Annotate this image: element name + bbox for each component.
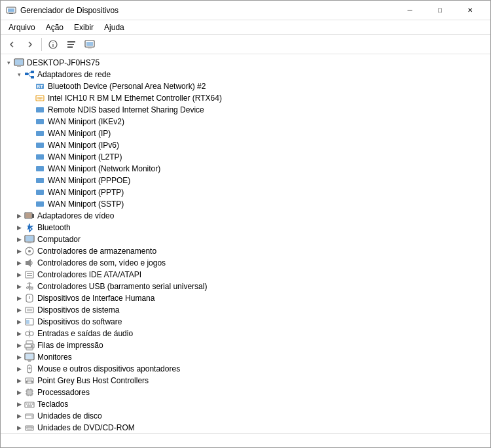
wan-pppoe-node[interactable]: WAN Miniport (PPPOE) (1, 175, 490, 186)
monitores-toggle[interactable]: ▶ (14, 352, 24, 362)
intel-eth-node[interactable]: ! Intel ICH10 R BM LM Ethernet Controlle… (1, 92, 490, 104)
svg-point-57 (26, 332, 29, 336)
unidades-disco-toggle[interactable]: ▶ (14, 411, 24, 421)
svg-rect-7 (67, 46, 73, 48)
svg-rect-16 (31, 76, 34, 78)
update-button[interactable] (63, 37, 80, 52)
adaptadores-video-label: Adaptadores de vídeo (37, 211, 114, 220)
svg-rect-27 (36, 143, 44, 148)
ctrl-ide-toggle[interactable]: ▶ (14, 269, 24, 280)
svg-text:i: i (52, 42, 54, 48)
print-icon (24, 340, 35, 351)
computador-toggle[interactable]: ▶ (14, 234, 24, 245)
svg-rect-63 (31, 345, 33, 347)
menu-arquivo[interactable]: Arquivo (3, 22, 41, 33)
computer-button[interactable] (81, 37, 98, 52)
properties-button[interactable]: i (45, 37, 62, 52)
unidades-dvd-node[interactable]: ▶ Unidades de DVD/CD-ROM (1, 422, 490, 433)
audio-io-toggle[interactable]: ▶ (14, 328, 24, 339)
maximize-button[interactable]: □ (425, 1, 455, 20)
wan-ip-node[interactable]: WAN Miniport (IP) (1, 128, 490, 139)
title-icon (6, 5, 16, 16)
ctrl-som-toggle[interactable]: ▶ (14, 258, 24, 268)
pointgrey-label: Point Grey Bus Host Controllers (37, 376, 149, 385)
intel-eth-label: Intel ICH10 R BM LM Ethernet Controller … (48, 94, 222, 103)
back-button[interactable] (3, 37, 20, 52)
pointgrey-node[interactable]: ▶ Point Grey Bus Host Controllers (1, 375, 490, 387)
svg-point-40 (28, 250, 31, 252)
mouse-node[interactable]: ▶ Mouse e outros dispositivos apontadore… (1, 363, 490, 375)
processadores-node[interactable]: ▶ Processadores (1, 387, 490, 398)
disp-sistema-node[interactable]: ▶ Dispositivos de sistema (1, 304, 490, 316)
wan-sstp-node[interactable]: WAN Miniport (SSTP) (1, 198, 490, 210)
forward-button[interactable] (22, 37, 39, 52)
software-icon (24, 317, 35, 327)
disp-sistema-toggle[interactable]: ▶ (14, 305, 24, 315)
ctrl-usb-node[interactable]: ▶ Controladores USB (barramento serial u… (1, 281, 490, 292)
disp-software-label: Dispositivos do software (37, 317, 122, 326)
device-manager-window: Gerenciador de Dispositivos ─ □ ✕ Arquiv… (0, 0, 491, 448)
teclados-toggle[interactable]: ▶ (14, 399, 24, 409)
bluetooth-node[interactable]: ▶ Bluetooth (1, 222, 490, 233)
bluetooth-label: Bluetooth (37, 223, 71, 232)
teclados-node[interactable]: ▶ Teclados (1, 398, 490, 410)
ctrl-som-node[interactable]: ▶ Controladores de som, vídeo e jogos (1, 257, 490, 269)
wan-netmon-label: WAN Miniport (Network Monitor) (48, 164, 160, 173)
hid-node[interactable]: ▶ Dispositivos de Interface Humana (1, 292, 490, 304)
sound-icon (24, 258, 35, 268)
root-node[interactable]: ▾ DESKTOP-JF0HS75 (1, 57, 490, 69)
disk-icon (24, 411, 35, 421)
minimize-button[interactable]: ─ (395, 1, 425, 20)
svg-rect-24 (36, 107, 44, 112)
unidades-disco-node[interactable]: ▶ Unidades de disco (1, 410, 490, 422)
mouse-label: Mouse e outros dispositivos apontadores (37, 364, 180, 373)
pointgrey-toggle[interactable]: ▶ (14, 375, 24, 386)
wan-ikev2-label: WAN Miniport (IKEv2) (48, 117, 124, 126)
audio-io-node[interactable]: ▶ Entradas e saídas de áudio (1, 328, 490, 339)
svg-line-18 (28, 74, 31, 77)
svg-point-50 (27, 287, 29, 289)
dvd-icon (24, 422, 35, 433)
unidades-dvd-toggle[interactable]: ▶ (14, 422, 24, 433)
ctrl-usb-toggle[interactable]: ▶ (14, 281, 24, 292)
wan-pptp-node[interactable]: WAN Miniport (PPTP) (1, 186, 490, 198)
menu-acao[interactable]: Ação (41, 22, 69, 33)
adaptadores-rede-node[interactable]: ▾ Adaptadores de rede (1, 69, 490, 80)
wan-l2tp-node[interactable]: WAN Miniport (L2TP) (1, 151, 490, 163)
svg-point-93 (31, 417, 33, 418)
ctrl-armazenamento-node[interactable]: ▶ Controladores de armazenamento (1, 245, 490, 257)
adaptadores-video-node[interactable]: ▶ Adaptadores de vídeo (1, 210, 490, 222)
bluetooth-device-label: Bluetooth Device (Personal Area Network)… (48, 82, 206, 91)
ctrl-ide-node[interactable]: ▶ Controladores IDE ATA/ATAPI (1, 269, 490, 281)
toolbar-separator-1 (41, 38, 42, 51)
computador-node[interactable]: ▶ Computador (1, 233, 490, 245)
svg-rect-14 (25, 73, 28, 75)
close-button[interactable]: ✕ (455, 1, 485, 20)
monitores-node[interactable]: ▶ Monitores (1, 351, 490, 363)
root-toggle[interactable]: ▾ (3, 58, 14, 68)
wan-netmon-node[interactable]: WAN Miniport (Network Monitor) (1, 163, 490, 175)
content-area[interactable]: ▾ DESKTOP-JF0HS75 ▾ (1, 54, 490, 433)
computer-icon (14, 58, 24, 68)
adaptadores-rede-toggle[interactable]: ▾ (14, 69, 24, 80)
remote-ndis-node[interactable]: Remote NDIS based Internet Sharing Devic… (1, 104, 490, 116)
bus-icon (24, 375, 35, 386)
wan-ikev2-node[interactable]: WAN Miniport (IKEv2) (1, 116, 490, 128)
processadores-toggle[interactable]: ▶ (14, 387, 24, 398)
filas-impressao-toggle[interactable]: ▶ (14, 340, 24, 351)
menu-exibir[interactable]: Exibir (69, 22, 99, 33)
svg-line-17 (28, 72, 31, 74)
hid-toggle[interactable]: ▶ (14, 293, 24, 303)
filas-impressao-node[interactable]: ▶ Filas de impressão (1, 339, 490, 351)
adaptadores-video-toggle[interactable]: ▶ (14, 211, 24, 221)
disp-software-node[interactable]: ▶ Dispositivos do software (1, 316, 490, 328)
bluetooth-device-node[interactable]: BT Bluetooth Device (Personal Area Netwo… (1, 80, 490, 92)
svg-rect-6 (67, 44, 74, 45)
mouse-toggle[interactable]: ▶ (14, 364, 24, 374)
disp-software-toggle[interactable]: ▶ (14, 317, 24, 327)
menu-ajuda[interactable]: Ajuda (99, 22, 130, 33)
ctrl-armazenamento-toggle[interactable]: ▶ (14, 246, 24, 256)
wan-ipv6-node[interactable]: WAN Miniport (IPv6) (1, 139, 490, 151)
bluetooth-toggle[interactable]: ▶ (14, 222, 24, 233)
svg-rect-29 (36, 166, 44, 171)
